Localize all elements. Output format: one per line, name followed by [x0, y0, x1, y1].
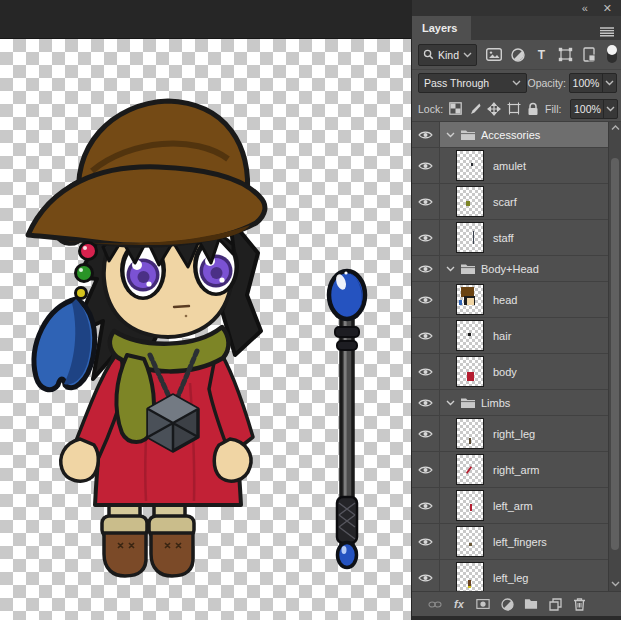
delete-layer-icon[interactable] [572, 596, 586, 612]
tab-layers-label: Layers [422, 22, 457, 34]
visibility-toggle[interactable] [412, 148, 440, 183]
layer-thumbnail[interactable] [456, 150, 484, 181]
new-adjustment-layer-icon[interactable] [500, 596, 514, 612]
visibility-toggle[interactable] [412, 390, 440, 415]
smart-object-filter-icon[interactable] [581, 46, 598, 63]
row-content: Limbs [440, 390, 621, 415]
scrollbar-thumb[interactable] [611, 158, 619, 550]
layer-thumbnail[interactable] [456, 454, 484, 485]
row-content: left_fingers [440, 524, 621, 559]
layer-thumbnail[interactable] [456, 418, 484, 449]
chevron-down-icon[interactable] [603, 100, 617, 118]
visibility-toggle[interactable] [412, 282, 440, 317]
opacity-dropdown[interactable]: 100% [569, 73, 617, 93]
visibility-toggle[interactable] [412, 122, 440, 147]
layer-thumbnail[interactable] [456, 284, 484, 315]
panel-menu-icon[interactable] [600, 23, 614, 41]
shape-layer-filter-icon[interactable] [557, 46, 574, 63]
opacity-value: 100% [570, 74, 602, 92]
link-layers-icon[interactable] [428, 596, 442, 612]
layer-row-amulet[interactable]: amulet [412, 148, 621, 184]
group-row-Body+Head[interactable]: Body+Head [412, 256, 621, 282]
layer-label: right_arm [493, 464, 539, 476]
type-layer-filter-icon[interactable]: T [533, 46, 550, 63]
layer-thumbnail[interactable] [456, 526, 484, 557]
blend-mode-dropdown[interactable]: Pass Through [418, 73, 527, 93]
visibility-toggle[interactable] [412, 524, 440, 559]
new-group-icon[interactable] [524, 596, 538, 612]
canvas-pasteboard [0, 0, 411, 39]
visibility-toggle[interactable] [412, 488, 440, 523]
filter-toggle-knob [607, 45, 617, 55]
add-layer-mask-icon[interactable] [476, 596, 490, 612]
pixel-layer-filter-icon[interactable] [485, 46, 502, 63]
group-row-Accessories[interactable]: Accessories [412, 122, 621, 148]
layer-label: staff [493, 232, 514, 244]
folder-icon [460, 263, 476, 275]
expand-chevron-icon[interactable] [446, 400, 455, 406]
visibility-toggle[interactable] [412, 256, 440, 281]
group-row-Limbs[interactable]: Limbs [412, 390, 621, 416]
layer-thumbnail[interactable] [456, 490, 484, 521]
visibility-toggle[interactable] [412, 220, 440, 255]
new-layer-icon[interactable] [548, 596, 562, 612]
fill-dropdown[interactable]: 100% [570, 99, 618, 119]
visibility-toggle[interactable] [412, 354, 440, 389]
lock-artboard-icon[interactable] [507, 101, 521, 116]
layer-row-right_arm[interactable]: right_arm [412, 452, 621, 488]
layer-row-staff[interactable]: staff [412, 220, 621, 256]
thumbnail-mark [467, 298, 473, 305]
lock-pixels-icon[interactable] [468, 101, 481, 116]
lock-transparency-icon[interactable] [449, 101, 462, 116]
lock-label: Lock: [418, 103, 443, 115]
adjustment-layer-filter-icon[interactable] [509, 46, 526, 63]
expand-chevron-icon[interactable] [446, 132, 455, 138]
lock-position-icon[interactable] [487, 101, 501, 116]
layer-thumbnail[interactable] [456, 356, 484, 387]
chevron-down-icon[interactable] [602, 74, 616, 92]
scroll-down-icon[interactable] [610, 581, 621, 587]
layer-row-scarf[interactable]: scarf [412, 184, 621, 220]
collapse-panel-icon[interactable]: « [582, 3, 588, 14]
fill-label: Fill: [545, 103, 564, 115]
expand-chevron-icon[interactable] [446, 266, 455, 272]
row-content: scarf [440, 184, 621, 219]
chevron-down-icon [512, 80, 521, 86]
layer-thumbnail[interactable] [456, 222, 484, 253]
panel-bottom-strip [412, 616, 621, 620]
blend-mode-value: Pass Through [424, 77, 512, 89]
layers-scrollbar[interactable] [608, 122, 621, 591]
visibility-toggle[interactable] [412, 416, 440, 451]
layer-row-left_leg[interactable]: left_leg [412, 560, 621, 591]
close-panel-icon[interactable]: ✕ [603, 3, 612, 14]
layer-label: scarf [493, 196, 517, 208]
visibility-toggle[interactable] [412, 452, 440, 487]
canvas-artwork [0, 39, 411, 620]
panel-title-strip: « ✕ [412, 0, 621, 16]
layer-row-body[interactable]: body [412, 354, 621, 390]
layer-thumbnail[interactable] [456, 186, 484, 217]
lock-all-icon[interactable] [527, 101, 539, 116]
filter-toggle[interactable] [607, 46, 617, 63]
layer-row-left_arm[interactable]: left_arm [412, 488, 621, 524]
lock-row: Lock: Fill: 100% [412, 96, 621, 122]
search-icon [423, 49, 434, 60]
layer-row-hair[interactable]: hair [412, 318, 621, 354]
layers-panel: « ✕ Layers Kind T [411, 0, 621, 620]
tab-layers[interactable]: Layers [412, 16, 471, 40]
row-content: left_arm [440, 488, 621, 523]
layers-rows: AccessoriesamuletscarfstaffBody+Headhead… [412, 122, 621, 591]
visibility-toggle[interactable] [412, 318, 440, 353]
layer-row-right_leg[interactable]: right_leg [412, 416, 621, 452]
visibility-toggle[interactable] [412, 560, 440, 591]
layer-thumbnail[interactable] [456, 320, 484, 351]
row-content: hair [440, 318, 621, 353]
layer-row-head[interactable]: head [412, 282, 621, 318]
layer-row-left_fingers[interactable]: left_fingers [412, 524, 621, 560]
layer-style-icon[interactable]: fx [452, 596, 466, 612]
layer-thumbnail[interactable] [456, 562, 484, 591]
visibility-toggle[interactable] [412, 184, 440, 219]
layer-label: right_leg [493, 428, 535, 440]
scroll-up-icon[interactable] [610, 125, 621, 131]
filter-kind-dropdown[interactable]: Kind [418, 44, 477, 66]
